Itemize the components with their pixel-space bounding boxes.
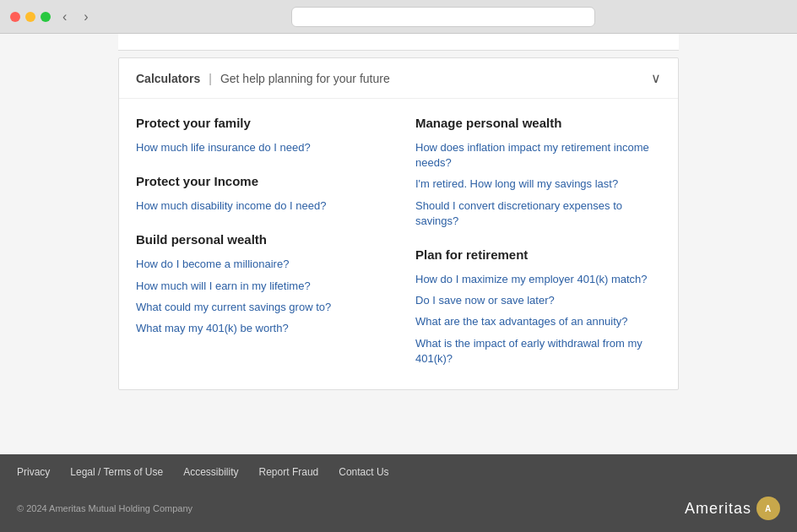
close-button[interactable] [10, 12, 20, 22]
inflation-link[interactable]: How does inflation impact my retirement … [415, 140, 661, 171]
build-wealth-section: Build personal wealth How do I become a … [136, 232, 382, 336]
manage-wealth-title: Manage personal wealth [415, 116, 661, 130]
calculators-header: Calculators | Get help planning for your… [119, 58, 678, 99]
401k-worth-link[interactable]: What may my 401(k) be worth? [136, 321, 382, 336]
plan-retirement-section: Plan for retirement How do I maximize my… [415, 247, 661, 366]
header-tagline: Get help planning for your future [220, 72, 390, 85]
protect-family-section: Protect your family How much life insura… [136, 116, 382, 155]
minimize-button[interactable] [25, 12, 35, 22]
back-button[interactable]: ‹ [57, 8, 72, 26]
privacy-link[interactable]: Privacy [17, 466, 50, 478]
protect-family-title: Protect your family [136, 116, 382, 130]
header-divider: | [209, 72, 212, 85]
footer-links: Privacy Legal / Terms of Use Accessibili… [0, 454, 797, 490]
ameritas-icon: A [761, 501, 776, 516]
early-withdrawal-link[interactable]: What is the impact of early withdrawal f… [415, 336, 661, 366]
maximize-button[interactable] [41, 12, 51, 22]
accessibility-link[interactable]: Accessibility [183, 466, 238, 478]
footer-bottom: © 2024 Ameritas Mutual Holding Company A… [0, 490, 797, 532]
save-now-later-link[interactable]: Do I save now or save later? [415, 293, 661, 308]
page-content: Calculators | Get help planning for your… [0, 34, 797, 532]
plan-retirement-title: Plan for retirement [415, 247, 661, 262]
discretionary-link[interactable]: Should I convert discretionary expenses … [415, 198, 661, 229]
annuity-tax-link[interactable]: What are the tax advantages of an annuit… [415, 314, 661, 329]
disability-income-link[interactable]: How much disability income do I need? [136, 198, 382, 214]
lifetime-earn-link[interactable]: How much will I earn in my lifetime? [136, 279, 382, 294]
spacer [0, 397, 797, 454]
protect-income-section: Protect your Income How much disability … [136, 174, 382, 214]
savings-last-link[interactable]: I'm retired. How long will my savings la… [415, 176, 661, 192]
copyright-text: © 2024 Ameritas Mutual Holding Company [17, 503, 192, 513]
forward-button[interactable]: › [79, 8, 93, 26]
calc-body: Protect your family How much life insura… [119, 99, 678, 389]
401k-match-link[interactable]: How do I maximize my employer 401(k) mat… [415, 272, 661, 287]
millionaire-link[interactable]: How do I become a millionaire? [136, 257, 382, 272]
contact-us-link[interactable]: Contact Us [339, 466, 388, 478]
protect-income-title: Protect your Income [136, 174, 382, 188]
ameritas-logo: Ameritas A [685, 497, 780, 520]
top-divider [118, 34, 679, 51]
calculators-panel: Calculators | Get help planning for your… [118, 57, 679, 390]
calc-left-column: Protect your family How much life insura… [136, 116, 382, 372]
calc-right-column: Manage personal wealth How does inflatio… [415, 116, 661, 372]
header-left: Calculators | Get help planning for your… [136, 72, 390, 85]
savings-grow-link[interactable]: What could my current savings grow to? [136, 300, 382, 315]
traffic-lights [10, 12, 51, 22]
browser-chrome: ‹ › [0, 0, 797, 34]
life-insurance-link[interactable]: How much life insurance do I need? [136, 140, 382, 155]
svg-text:A: A [765, 504, 772, 513]
chevron-down-icon[interactable]: ∨ [651, 70, 661, 86]
report-fraud-link[interactable]: Report Fraud [259, 466, 319, 478]
logo-icon: A [756, 497, 780, 520]
build-wealth-title: Build personal wealth [136, 232, 382, 247]
section-name: Calculators [136, 72, 200, 85]
manage-wealth-section: Manage personal wealth How does inflatio… [415, 116, 661, 229]
address-bar[interactable] [291, 7, 595, 27]
footer: Privacy Legal / Terms of Use Accessibili… [0, 454, 797, 532]
logo-text: Ameritas [685, 500, 751, 518]
legal-terms-link[interactable]: Legal / Terms of Use [70, 466, 163, 478]
